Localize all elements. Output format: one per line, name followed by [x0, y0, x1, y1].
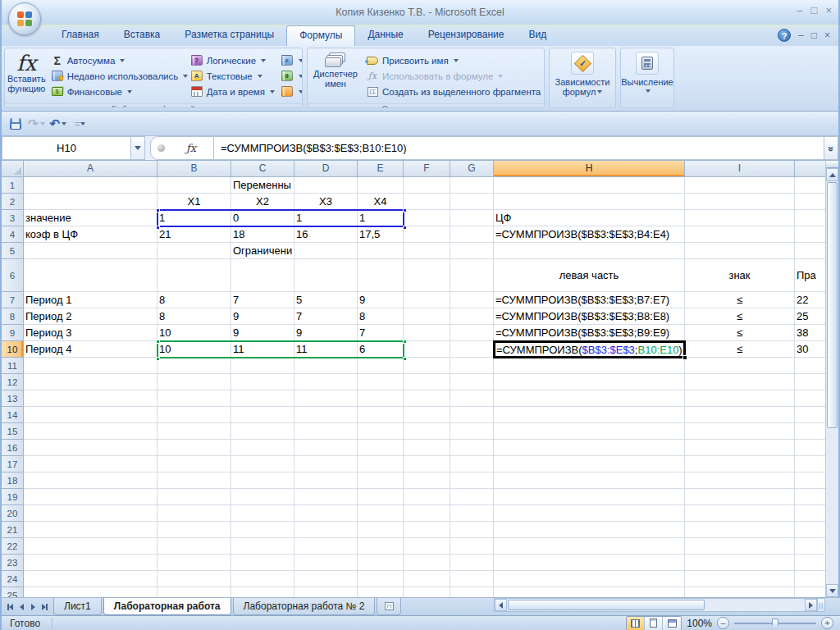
cell-F4[interactable]: [404, 226, 450, 243]
cell-H2[interactable]: [494, 194, 685, 210]
insert-worksheet-button[interactable]: [377, 598, 401, 615]
cell-H12[interactable]: [494, 374, 685, 390]
cell-E16[interactable]: [358, 440, 404, 456]
cell-F5[interactable]: [404, 243, 450, 259]
cell-J24[interactable]: [795, 571, 829, 587]
cell-D20[interactable]: [294, 505, 358, 522]
autosum-button[interactable]: Σ Автосумма: [48, 52, 184, 68]
active-cell-H10[interactable]: =СУММПРОИЗВ($B$3:$E$3;B10:E10): [493, 340, 686, 358]
row-header-11[interactable]: 11: [2, 358, 24, 374]
name-box[interactable]: H10: [2, 136, 131, 160]
cell-E21[interactable]: [358, 522, 404, 538]
cell-G5[interactable]: [450, 243, 494, 259]
cell-D21[interactable]: [294, 522, 358, 538]
cell-B3[interactable]: 1: [158, 210, 231, 226]
cell-F23[interactable]: [404, 555, 450, 571]
cell-D8[interactable]: 7: [294, 308, 358, 325]
cell-E14[interactable]: [358, 407, 404, 423]
cell-B2[interactable]: X1: [158, 194, 231, 210]
cell-B11[interactable]: [158, 358, 231, 374]
cell-E20[interactable]: [358, 505, 404, 522]
row-header-3[interactable]: 3: [2, 210, 24, 226]
cell-C22[interactable]: [231, 538, 294, 555]
cell-J15[interactable]: [795, 423, 829, 440]
cell-C5[interactable]: Ограничени: [231, 243, 294, 259]
workbook-restore-button[interactable]: □: [811, 30, 817, 41]
close-button[interactable]: ×: [825, 5, 832, 16]
cell-A16[interactable]: [24, 440, 158, 456]
cell-B18[interactable]: [158, 472, 231, 489]
zoom-slider-thumb[interactable]: [772, 619, 778, 628]
row-header-15[interactable]: 15: [2, 423, 24, 440]
cell-D22[interactable]: [294, 538, 358, 555]
cell-D3[interactable]: 1: [294, 210, 358, 226]
cell-D1[interactable]: [294, 177, 358, 194]
restore-button[interactable]: □: [811, 5, 818, 16]
cell-A10[interactable]: Период 4: [24, 341, 158, 358]
column-header-F[interactable]: F: [404, 161, 450, 177]
cell-J9[interactable]: 38: [795, 325, 829, 341]
cell-B19[interactable]: [158, 489, 231, 505]
zoom-in-button[interactable]: +: [821, 617, 833, 629]
cell-B8[interactable]: 8: [158, 308, 231, 325]
cell-E7[interactable]: 9: [358, 292, 404, 308]
sheet-tab-lab-work-2[interactable]: Лабораторная работа № 2: [233, 598, 376, 615]
zoom-slider[interactable]: [734, 623, 816, 624]
cell-G14[interactable]: [450, 407, 494, 423]
cell-E23[interactable]: [358, 555, 404, 571]
undo-button[interactable]: ↶: [48, 115, 69, 133]
cell-C20[interactable]: [231, 505, 294, 522]
financial-button[interactable]: $ Финансовые: [48, 84, 184, 99]
cell-J19[interactable]: [795, 489, 829, 505]
cell-H21[interactable]: [494, 522, 685, 538]
cell-I1[interactable]: [685, 177, 795, 194]
cell-E24[interactable]: [358, 571, 404, 587]
cell-I17[interactable]: [685, 456, 795, 472]
cell-F12[interactable]: [404, 374, 450, 390]
active-cell-fill-handle[interactable]: [682, 355, 687, 360]
last-sheet-button[interactable]: [39, 600, 50, 613]
column-header-E[interactable]: E: [358, 161, 404, 177]
recently-used-button[interactable]: ★ Недавно использовались: [48, 68, 184, 84]
cell-F6[interactable]: [404, 259, 450, 292]
row-header-5[interactable]: 5: [2, 243, 24, 259]
cell-D23[interactable]: [294, 555, 358, 571]
cell-A11[interactable]: [24, 358, 158, 374]
cell-F17[interactable]: [404, 456, 450, 472]
cell-E10[interactable]: 6: [358, 341, 404, 358]
cell-I23[interactable]: [685, 555, 795, 571]
qat-customize-button[interactable]: =: [70, 115, 88, 133]
column-header-H[interactable]: H: [494, 161, 685, 177]
cell-B10[interactable]: 10: [158, 341, 231, 358]
cell-C19[interactable]: [231, 489, 294, 505]
cell-D7[interactable]: 5: [294, 292, 358, 308]
cell-J10[interactable]: 30: [795, 341, 829, 358]
cell-E13[interactable]: [358, 390, 404, 407]
cell-G16[interactable]: [450, 440, 494, 456]
cell-J6[interactable]: Пра: [795, 259, 829, 292]
cell-D4[interactable]: 16: [294, 226, 358, 243]
cell-E11[interactable]: [358, 358, 404, 374]
cell-I2[interactable]: [685, 194, 795, 210]
cell-C24[interactable]: [231, 571, 294, 587]
cell-C15[interactable]: [231, 423, 294, 440]
cell-G25[interactable]: [450, 587, 494, 597]
cell-C16[interactable]: [231, 440, 294, 456]
create-from-selection-button[interactable]: Создать из выделенного фрагмента: [363, 84, 538, 99]
lookup-reference-button[interactable]: ⌕: [277, 52, 302, 68]
cell-I24[interactable]: [685, 571, 795, 587]
tab-split-handle[interactable]: ||: [817, 599, 824, 611]
row-header-24[interactable]: 24: [2, 571, 24, 587]
expand-formula-bar-button[interactable]: »: [824, 136, 838, 160]
prev-sheet-button[interactable]: [16, 600, 27, 613]
cell-I18[interactable]: [685, 472, 795, 489]
cell-G3[interactable]: [450, 210, 494, 226]
cell-J25[interactable]: [795, 587, 829, 597]
cell-I10[interactable]: ≤: [685, 341, 795, 358]
cell-A14[interactable]: [24, 407, 158, 423]
redo-button[interactable]: ↷: [26, 115, 47, 133]
column-header-A[interactable]: A: [24, 161, 158, 177]
row-header-14[interactable]: 14: [2, 407, 24, 423]
cell-F15[interactable]: [404, 423, 450, 440]
cell-C7[interactable]: 7: [231, 292, 294, 308]
